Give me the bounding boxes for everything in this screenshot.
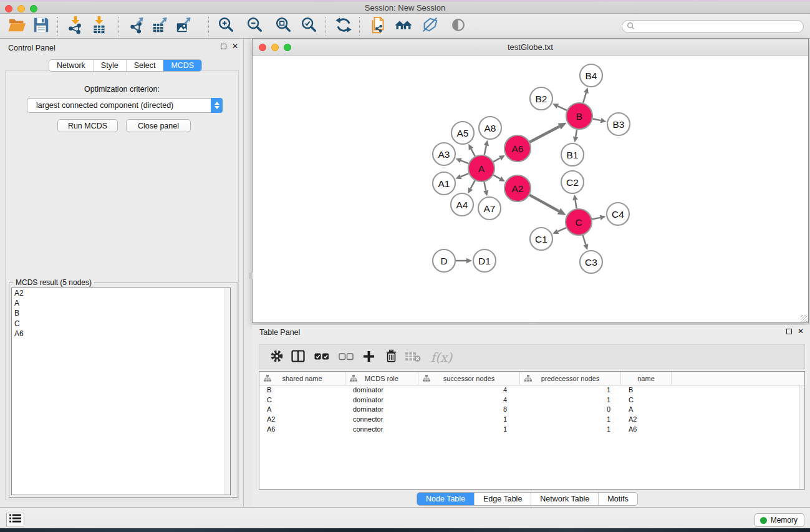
graph-edge-A-A5[interactable] <box>471 149 475 157</box>
mcds-result-item[interactable]: A6 <box>12 329 230 339</box>
network-canvas[interactable]: B4B2BB3A5A8A6A3B1AC2A1A2A4A7C4CC1C3DD1 <box>253 56 808 322</box>
cell-successor_nodes[interactable]: 1 <box>418 415 520 425</box>
close-panel-button[interactable]: Close panel <box>126 119 191 132</box>
cell-successor_nodes[interactable]: 4 <box>418 385 520 395</box>
graph-edge-B-B4[interactable] <box>583 93 586 103</box>
save-session-button[interactable] <box>31 16 52 36</box>
graph-edge-A-A7[interactable] <box>484 182 486 191</box>
graph-edge-B-B2[interactable] <box>557 106 567 110</box>
graph-edge-C-C2[interactable] <box>575 200 576 209</box>
cell-mcds_role[interactable]: connector <box>345 415 418 425</box>
import-table-button[interactable] <box>89 16 110 36</box>
open-session-button[interactable] <box>6 16 27 36</box>
cell-successor_nodes[interactable]: 8 <box>418 405 520 415</box>
export-image-button[interactable] <box>173 16 195 36</box>
cell-shared_name[interactable]: A <box>259 405 345 415</box>
table-row[interactable]: Adominator80A <box>259 405 804 415</box>
column-header-name[interactable]: name <box>621 372 672 385</box>
graph-edge-A-A4[interactable] <box>471 180 475 188</box>
column-header-predecessor-nodes[interactable]: predecessor nodes <box>520 372 621 385</box>
table-row[interactable]: Bdominator41B <box>259 385 804 395</box>
cell-shared_name[interactable]: B <box>259 385 345 395</box>
cell-name[interactable]: B <box>621 385 672 395</box>
function-builder-button[interactable]: f(x) <box>429 349 454 366</box>
select-all-rows-button[interactable] <box>313 349 330 366</box>
graph-edge-A6-B[interactable] <box>529 127 559 142</box>
zoom-selected-button[interactable] <box>298 16 319 36</box>
delete-table-button[interactable] <box>404 349 422 366</box>
refresh-view-button[interactable] <box>333 16 354 36</box>
tab-motifs[interactable]: Motifs <box>599 493 637 505</box>
column-header-shared-name[interactable]: shared name <box>259 372 345 385</box>
graph-edge-A-A2[interactable] <box>493 175 500 179</box>
close-table-panel-icon[interactable]: ✕ <box>798 328 804 335</box>
run-mcds-button[interactable]: Run MCDS <box>57 119 118 132</box>
mcds-result-item[interactable]: C <box>12 319 230 329</box>
reset-layout-button[interactable] <box>393 16 414 36</box>
cell-predecessor_nodes[interactable]: 1 <box>520 415 621 425</box>
list-scrollbar[interactable] <box>224 288 230 495</box>
cell-shared_name[interactable]: A2 <box>259 415 345 425</box>
cell-predecessor_nodes[interactable]: 1 <box>520 425 621 435</box>
table-scrollbar[interactable] <box>799 386 804 489</box>
cell-shared_name[interactable]: C <box>259 395 345 405</box>
graph-edge-A-A3[interactable] <box>461 160 468 163</box>
table-row[interactable]: A2connector11A2 <box>259 415 804 425</box>
zoom-out-button[interactable] <box>244 16 265 36</box>
toggle-birds-eye-button[interactable] <box>448 16 469 36</box>
search-input[interactable] <box>635 22 803 32</box>
mcds-result-list[interactable]: A2ABCA6 <box>11 288 231 495</box>
mcds-result-item[interactable]: A2 <box>12 288 230 298</box>
cell-mcds_role[interactable]: dominator <box>345 405 418 415</box>
show-columns-button[interactable] <box>289 349 307 366</box>
mcds-result-item[interactable]: B <box>12 308 230 318</box>
search-field[interactable] <box>622 20 804 33</box>
tab-edge-table[interactable]: Edge Table <box>475 493 531 505</box>
graph-edge-C-C1[interactable] <box>557 228 566 231</box>
cell-predecessor_nodes[interactable]: 1 <box>520 395 621 405</box>
show-panels-button[interactable] <box>6 513 24 526</box>
cell-mcds_role[interactable]: dominator <box>345 385 418 395</box>
cell-name[interactable]: A2 <box>621 415 672 425</box>
export-network-button[interactable] <box>127 16 148 36</box>
graph-edge-A-A6[interactable] <box>493 158 500 162</box>
cell-predecessor_nodes[interactable]: 0 <box>520 405 621 415</box>
float-panel-icon[interactable] <box>221 44 226 49</box>
window-resize-grip[interactable] <box>801 315 808 322</box>
graph-edge-A-A8[interactable] <box>485 145 486 155</box>
cell-name[interactable]: A6 <box>621 425 672 435</box>
graph-edge-B-B3[interactable] <box>593 118 601 120</box>
cell-mcds_role[interactable]: dominator <box>345 395 418 405</box>
tab-style[interactable]: Style <box>94 60 127 71</box>
cell-mcds_role[interactable]: connector <box>345 425 418 435</box>
graph-edge-B-B1[interactable] <box>576 130 577 137</box>
network-window-titlebar[interactable]: testGlobe.txt <box>253 39 808 56</box>
add-row-button[interactable] <box>360 349 377 366</box>
cell-name[interactable]: A <box>621 405 672 415</box>
export-table-button[interactable] <box>150 16 171 36</box>
tab-select[interactable]: Select <box>127 60 164 71</box>
hide-labels-button[interactable] <box>420 16 441 36</box>
cell-successor_nodes[interactable]: 1 <box>418 425 520 435</box>
criterion-select[interactable]: largest connected component (directed) <box>27 98 223 113</box>
table-row[interactable]: Cdominator41C <box>259 395 804 405</box>
import-network-button[interactable] <box>65 16 86 36</box>
tab-node-table[interactable]: Node Table <box>417 493 475 505</box>
mcds-result-item[interactable]: A <box>12 298 230 308</box>
table-row[interactable]: A6connector11A6 <box>259 425 804 435</box>
deselect-all-rows-button[interactable] <box>337 349 355 366</box>
tab-network[interactable]: Network <box>49 60 94 71</box>
memory-button[interactable]: Memory <box>755 513 804 527</box>
cell-predecessor_nodes[interactable]: 1 <box>520 385 621 395</box>
zoom-fit-button[interactable] <box>272 16 294 36</box>
graph-edge-C-C3[interactable] <box>583 235 586 244</box>
float-table-panel-icon[interactable] <box>786 329 792 334</box>
cell-name[interactable]: C <box>621 395 672 405</box>
cell-shared_name[interactable]: A6 <box>259 425 345 435</box>
table-options-button[interactable] <box>268 349 286 366</box>
column-header-successor-nodes[interactable]: successor nodes <box>418 372 520 385</box>
zoom-in-button[interactable] <box>215 16 236 36</box>
graph-edge-A2-C[interactable] <box>529 195 559 211</box>
tab-network-table[interactable]: Network Table <box>531 493 599 505</box>
close-panel-icon[interactable]: ✕ <box>232 43 238 50</box>
